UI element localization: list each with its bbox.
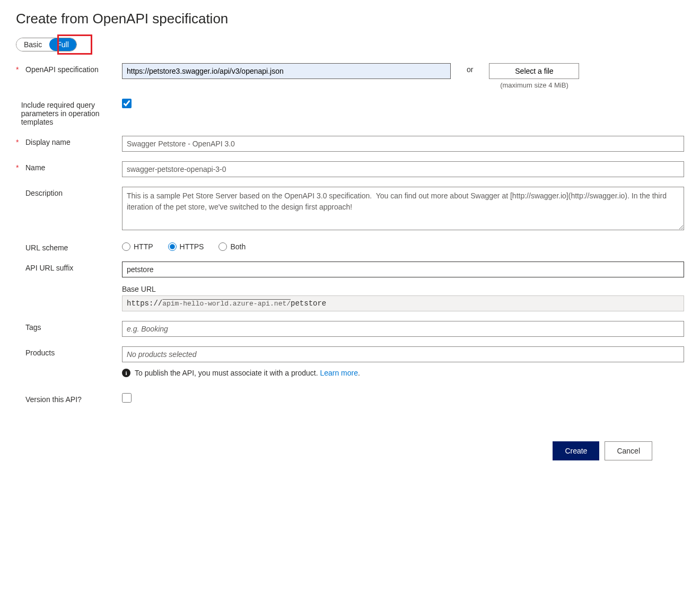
label-include-required: Include required query parameters in ope… — [21, 101, 122, 126]
required-marker: * — [16, 163, 25, 172]
description-textarea[interactable] — [122, 187, 684, 230]
label-products: Products — [25, 349, 55, 357]
api-url-suffix-input[interactable] — [122, 262, 684, 277]
toggle-basic[interactable]: Basic — [16, 38, 49, 51]
toggle-full[interactable]: Full — [49, 38, 76, 51]
base-url-display: https://apim-hello-world.azure-api.net/p… — [122, 295, 684, 311]
info-icon: i — [122, 369, 130, 377]
cancel-button[interactable]: Cancel — [605, 441, 652, 460]
label-tags: Tags — [25, 323, 41, 332]
name-input[interactable] — [122, 161, 684, 177]
or-text: or — [467, 63, 473, 74]
select-file-button[interactable]: Select a file — [489, 63, 579, 79]
include-required-checkbox[interactable] — [122, 99, 132, 108]
label-base-url: Base URL — [122, 285, 684, 293]
label-version-api: Version this API? — [25, 395, 82, 404]
label-url-scheme: URL scheme — [25, 243, 68, 252]
view-toggle: Basic Full — [16, 38, 77, 51]
products-input[interactable] — [122, 346, 684, 362]
radio-both[interactable]: Both — [218, 242, 246, 251]
create-button[interactable]: Create — [553, 441, 599, 460]
label-api-url-suffix: API URL suffix — [25, 264, 73, 272]
url-scheme-radio-group: HTTP HTTPS Both — [122, 241, 684, 251]
required-marker: * — [16, 65, 25, 74]
required-marker: * — [16, 138, 25, 146]
radio-https[interactable]: HTTPS — [168, 242, 204, 251]
file-size-hint: (maximum size 4 MiB) — [500, 81, 568, 89]
page-title: Create from OpenAPI specification — [16, 11, 684, 27]
label-description: Description — [25, 189, 63, 197]
label-openapi-spec: OpenAPI specification — [25, 65, 99, 74]
tags-input[interactable] — [122, 321, 684, 337]
learn-more-link[interactable]: Learn more — [320, 369, 358, 377]
display-name-input[interactable] — [122, 136, 684, 152]
label-name: Name — [25, 163, 45, 172]
info-text: To publish the API, you must associate i… — [135, 369, 360, 377]
label-display-name: Display name — [25, 138, 71, 146]
radio-http[interactable]: HTTP — [122, 242, 153, 251]
openapi-spec-input[interactable] — [122, 63, 451, 79]
version-api-checkbox[interactable] — [122, 393, 132, 403]
